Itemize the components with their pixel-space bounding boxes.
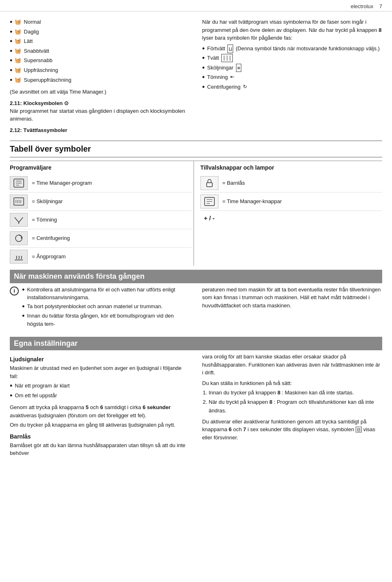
child-lock-heading: Barnlås xyxy=(10,433,190,440)
list-icon: 🧺 xyxy=(15,47,21,55)
list-icon: 🧺 xyxy=(15,18,21,26)
brand-page: electrolux 7 xyxy=(351,3,382,9)
sound-signals-text1: Maskinen är utrustad med en ljudenhet so… xyxy=(10,364,190,380)
settings-right: vara orolig för att barn kanske skadas e… xyxy=(202,353,382,459)
list-icon: 🧺 xyxy=(15,66,21,74)
settings-numbered-list: Innan du trycker på knappen 8 : Maskinen… xyxy=(202,389,382,415)
first-use-right-text: peraturen med tom maskin för att ta bort… xyxy=(202,286,382,310)
steam-icon xyxy=(10,250,28,264)
sound-signals-heading: Ljudsignaler xyxy=(10,356,190,363)
settings-content: Ljudsignaler Maskinen är utrustad med en… xyxy=(10,353,382,459)
section-divider xyxy=(10,141,382,141)
table-label: = Barnlås xyxy=(223,180,245,186)
table-row: = Sköljningar xyxy=(10,193,192,211)
table-label: = Sköljningar xyxy=(32,198,63,204)
list-item: 🧺Lätt xyxy=(10,37,190,46)
list-item: 🧺Normal xyxy=(10,18,190,27)
page-number: 7 xyxy=(379,3,382,9)
phase-item: Tömning ⇤ xyxy=(202,73,382,82)
lock-icon xyxy=(200,176,218,190)
list-item: Ta bort polystyrenblocket och annan mate… xyxy=(22,302,190,311)
table-left-heading: Programväljare xyxy=(10,164,192,171)
sound-signals-list: När ett program är klart Om ett fel upps… xyxy=(10,382,190,400)
sound-signals-text3: Om du trycker på knapparna en gång till … xyxy=(10,421,190,429)
page-header: electrolux 7 xyxy=(0,0,392,11)
table-label: = Time Manager-knappar xyxy=(223,198,282,204)
table-row: = Time Manager-knappar xyxy=(200,193,383,211)
svg-rect-4 xyxy=(14,198,24,205)
plus-minus-label: + / - xyxy=(204,213,214,223)
first-use-left: i Kontrollera att anslutningarna för el … xyxy=(10,286,190,333)
list-item: Kontrollera att anslutningarna för el oc… xyxy=(22,286,190,302)
intro-left: 🧺Normal 🧺Daglig 🧺Lätt 🧺Snabbtvätt 🧺Super… xyxy=(10,18,190,134)
settings-left: Ljudsignaler Maskinen är utrustad med en… xyxy=(10,353,190,459)
table-right-col: Tillvalsknappar och lampor = Barnlås = T… xyxy=(194,161,383,266)
list-item: När ett program är klart xyxy=(10,382,190,391)
list-icon: 🧺 xyxy=(15,76,21,84)
list-item: Om ett fel uppstår xyxy=(10,392,190,401)
settings-title: Egna inställningar xyxy=(10,337,382,350)
settings-right-text1: vara orolig för att barn kanske skadas e… xyxy=(202,353,382,377)
rinse-icon xyxy=(10,195,28,208)
time-manager-icon xyxy=(10,176,28,190)
phase-item: Sköljningar ≡ xyxy=(202,64,382,73)
brand-name: electrolux xyxy=(351,3,374,9)
table-row: = Centrifugering xyxy=(10,229,192,248)
settings-right-text2: Du kan ställa in funktionen på två sätt: xyxy=(202,379,382,387)
first-use-list: Kontrollera att anslutningarna för el oc… xyxy=(22,286,190,328)
list-item: 🧺Snabbtvätt xyxy=(10,47,190,56)
table-row: = Tömning xyxy=(10,211,192,229)
table-label: = Ångprogram xyxy=(32,253,66,260)
table-right-heading: Tillvalsknappar och lampor xyxy=(200,164,383,171)
intro-right-text: När du har valt tvättprogram visas symbo… xyxy=(202,18,382,42)
sound-signals-text2: Genom att trycka på knapparna 5 och 6 sa… xyxy=(10,403,190,419)
info-icon: i xyxy=(10,287,19,295)
program-list: 🧺Normal 🧺Daglig 🧺Lätt 🧺Snabbtvätt 🧺Super… xyxy=(10,18,190,85)
table-left-col: Programväljare = Time Manager-program = … xyxy=(10,161,194,266)
table-label: = Centrifugering xyxy=(32,235,70,241)
list-item: 🧺Daglig xyxy=(10,28,190,37)
info-box: i Kontrollera att anslutningarna för el … xyxy=(10,286,190,331)
time-manager-btn-icon xyxy=(200,195,218,208)
list-item: Innan du tvättar första gången, kör ett … xyxy=(22,312,190,328)
section-212-heading: 2.12: Tvättfassymboler xyxy=(10,127,190,133)
phase-item: Tvätt ||| xyxy=(202,54,382,63)
table-row: = Time Manager-program xyxy=(10,174,192,193)
first-use-content: i Kontrollera att anslutningarna för el … xyxy=(10,286,382,333)
section-211-text: När programmet har startat visas gångtid… xyxy=(10,107,190,123)
list-item: När du tryckt på knappen 8 : Program och… xyxy=(209,398,382,415)
intro-section: 🧺Normal 🧺Daglig 🧺Lätt 🧺Snabbtvätt 🧺Super… xyxy=(10,11,382,137)
settings-title-text: Egna inställningar xyxy=(14,339,78,347)
table-title: Tabell över symboler xyxy=(10,144,382,154)
intro-right: När du har valt tvättprogram visas symbo… xyxy=(202,18,382,134)
drain-icon xyxy=(10,213,28,227)
list-item: 🧺Uppfräschning xyxy=(10,66,190,75)
phase-item: Centrifugering ↻ xyxy=(202,83,382,92)
phase-list: Förtvätt ⊔ (Denna symbol tänds när motsv… xyxy=(202,45,382,92)
table-row: + / - xyxy=(200,211,383,225)
table-label: = Tömning xyxy=(32,217,57,223)
first-use-title-text: När maskinen används första gången xyxy=(14,272,145,280)
table-label: = Time Manager-program xyxy=(32,180,92,186)
table-row: = Barnlås xyxy=(200,174,383,193)
list-icon: 🧺 xyxy=(15,56,21,65)
section-211-heading: 2.11: Klocksymbolen ⊙ xyxy=(10,100,190,106)
first-use-bullets: Kontrollera att anslutningarna för el oc… xyxy=(22,286,190,331)
child-lock-text1: Barnlåset gör att du kan lämna hushållsa… xyxy=(10,441,190,457)
list-icon: 🧺 xyxy=(15,28,21,36)
first-use-right: peraturen med tom maskin för att ta bort… xyxy=(202,286,382,333)
list-icon: 🧺 xyxy=(15,37,21,45)
phase-item: Förtvätt ⊔ (Denna symbol tänds när motsv… xyxy=(202,45,382,54)
section-divider-2 xyxy=(10,157,382,157)
first-use-title: När maskinen används första gången xyxy=(10,270,382,283)
main-content: 🧺Normal 🧺Daglig 🧺Lätt 🧺Snabbtvätt 🧺Super… xyxy=(0,11,392,459)
list-item: 🧺Superuppfräschning xyxy=(10,76,190,85)
spin-icon xyxy=(10,231,28,245)
table-row: = Ångprogram xyxy=(10,248,192,266)
svg-rect-13 xyxy=(207,183,212,187)
list-item: 🧺Supersnabb xyxy=(10,56,190,65)
time-manager-note: (Se avsnittet om att välja Time Manager.… xyxy=(10,88,190,96)
list-item: Innan du trycker på knappen 8 : Maskinen… xyxy=(209,389,382,397)
settings-right-text3: Du aktiverar eller avaktiverar funktione… xyxy=(202,418,382,442)
symbol-table: Programväljare = Time Manager-program = … xyxy=(10,161,382,266)
